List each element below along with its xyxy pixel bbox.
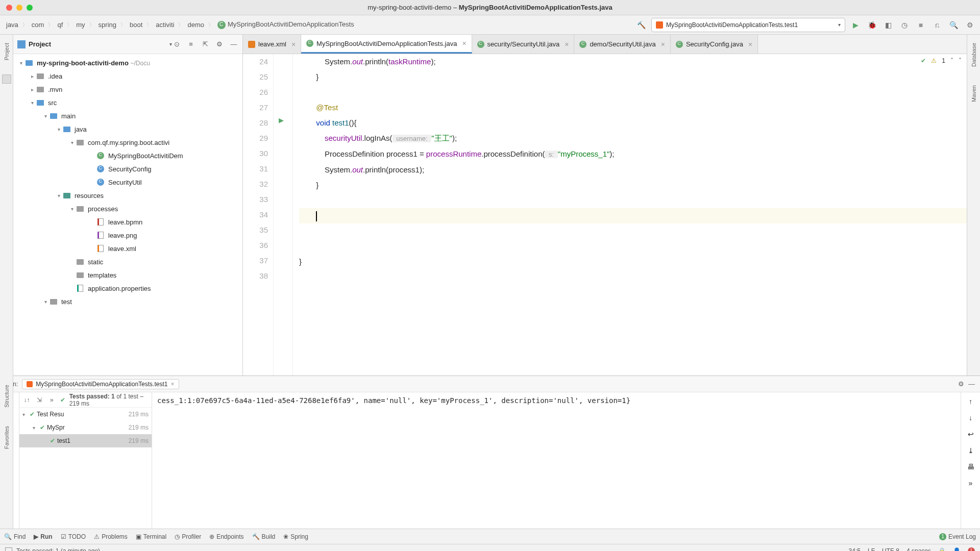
tree-folder-test[interactable]: ▾test xyxy=(13,295,242,308)
maven-tool-button[interactable]: Maven xyxy=(971,81,977,106)
code-line[interactable]: System.out.println(process1); xyxy=(299,162,967,178)
build-button[interactable]: 🔨 xyxy=(635,19,647,31)
code-line[interactable]: void test1(){ xyxy=(299,115,967,131)
status-indicator-icon[interactable] xyxy=(5,547,12,552)
expand-tests-button[interactable]: ⇲ xyxy=(35,395,44,405)
breadcrumb-class[interactable]: MySpringBootActivitiDemoApplicationTests xyxy=(215,19,356,30)
close-tab-icon[interactable]: × xyxy=(565,40,569,48)
tree-file-leave-bpmn[interactable]: leave.bpmn xyxy=(13,215,242,229)
code-line[interactable] xyxy=(299,85,967,100)
search-button[interactable]: 🔍 xyxy=(947,19,960,31)
project-tool-button[interactable]: Project xyxy=(4,39,10,64)
error-indicator-icon[interactable]: ! xyxy=(968,547,975,552)
tree-folder-java[interactable]: ▾java xyxy=(13,122,242,136)
tree-class-app[interactable]: MySpringBootActivitiDem xyxy=(13,149,242,162)
coverage-button[interactable]: ◧ xyxy=(882,19,894,31)
profile-button[interactable]: ◷ xyxy=(898,19,911,31)
hide-panel-button[interactable]: — xyxy=(229,40,238,49)
profiler-tool-button[interactable]: ◷ Profiler xyxy=(175,533,201,540)
close-tab-icon[interactable]: × xyxy=(661,40,665,48)
tree-folder-main[interactable]: ▾main xyxy=(13,109,242,122)
bookmarks-tool-button[interactable] xyxy=(2,74,11,84)
todo-tool-button[interactable]: ☑ TODO xyxy=(61,533,86,540)
run-settings-button[interactable]: ⚙ xyxy=(958,380,964,388)
tree-folder-idea[interactable]: ▸.idea xyxy=(13,69,242,83)
readonly-lock-icon[interactable]: 🔒 xyxy=(938,547,946,552)
code-line[interactable]: } xyxy=(299,254,967,269)
tree-folder-processes[interactable]: ▾processes xyxy=(13,202,242,215)
endpoints-tool-button[interactable]: ⊕ Endpoints xyxy=(209,533,243,540)
editor-tab[interactable]: demo/SecurityUtil.java× xyxy=(574,35,671,54)
breadcrumb-item[interactable]: boot xyxy=(128,20,144,30)
run-test-gutter-icon[interactable]: ▶ xyxy=(279,116,284,124)
tree-class-securityutil[interactable]: SecurityUtil xyxy=(13,176,242,189)
code-line[interactable]: } xyxy=(299,178,967,193)
editor-tab[interactable]: security/SecurityUtil.java× xyxy=(472,35,575,54)
git-button[interactable]: ⎌ xyxy=(931,19,943,31)
collapse-all-button[interactable]: ⇱ xyxy=(201,40,210,49)
print-button[interactable]: 🖶 xyxy=(965,461,977,473)
tree-file-leave-png[interactable]: leave.png xyxy=(13,229,242,242)
caret-position[interactable]: 34:5 xyxy=(849,547,861,552)
code-line[interactable]: @Test xyxy=(299,100,967,115)
structure-tool-button[interactable]: Structure xyxy=(4,381,10,412)
favorites-tool-button[interactable]: Favorites xyxy=(4,422,10,453)
debug-button[interactable]: 🐞 xyxy=(866,19,878,31)
code-line[interactable] xyxy=(299,208,967,223)
event-log-button[interactable]: 1 Event Log xyxy=(939,533,976,540)
run-tool-button[interactable]: ▶ Run xyxy=(34,533,52,540)
more-tests-button[interactable]: » xyxy=(47,395,56,405)
breadcrumb-item[interactable]: java xyxy=(4,20,20,30)
line-separator[interactable]: LF xyxy=(868,547,875,552)
code-line[interactable] xyxy=(299,193,967,208)
tree-file-app-props[interactable]: application.properties xyxy=(13,282,242,295)
next-highlight-button[interactable]: ˅ xyxy=(959,57,962,64)
breadcrumb-item[interactable]: spring xyxy=(96,20,118,30)
tree-folder-static[interactable]: static xyxy=(13,255,242,268)
close-window-button[interactable] xyxy=(6,5,12,11)
select-opened-file-button[interactable]: ⊙ xyxy=(172,40,181,49)
tree-folder-mvn[interactable]: ▸.mvn xyxy=(13,83,242,96)
console-output[interactable]: cess_1:1:07e697c5-6a4a-11ed-a5e4-7268e1e… xyxy=(152,392,961,529)
scroll-to-end-button[interactable]: ⤓ xyxy=(965,444,977,457)
database-tool-button[interactable]: Database xyxy=(971,39,977,71)
terminal-tool-button[interactable]: ▣ Terminal xyxy=(136,533,166,540)
tree-root[interactable]: ▾ my-spring-boot-activiti-demo ~/Docu xyxy=(13,56,242,69)
close-tab-icon[interactable]: × xyxy=(291,40,296,48)
code-line[interactable]: } xyxy=(299,69,967,85)
tree-folder-src[interactable]: ▾src xyxy=(13,96,242,109)
problems-tool-button[interactable]: ⚠ Problems xyxy=(94,533,128,540)
run-configuration-selector[interactable]: MySpringBootActivitiDemoApplicationTests… xyxy=(651,18,845,32)
more-console-button[interactable]: » xyxy=(965,477,977,489)
code-line[interactable] xyxy=(299,269,967,285)
code-line[interactable] xyxy=(299,223,967,239)
code-line[interactable]: ProcessDefinition process1 = processRunt… xyxy=(299,146,967,162)
file-encoding[interactable]: UTF-8 xyxy=(882,547,899,552)
close-tab-icon[interactable]: × xyxy=(170,381,174,388)
settings-gear-icon[interactable]: ⚙ xyxy=(215,40,224,49)
tree-folder-templates[interactable]: templates xyxy=(13,268,242,282)
hide-run-panel-button[interactable]: — xyxy=(968,380,975,388)
breadcrumb-item[interactable]: com xyxy=(30,20,46,30)
test-tree-rows[interactable]: ▾✔Test Resu219 ms▾✔MySpr219 ms✔test1219 … xyxy=(19,408,152,529)
run-button[interactable]: ▶ xyxy=(849,19,862,31)
test-result-row[interactable]: ✔test1219 ms xyxy=(19,434,152,447)
test-result-row[interactable]: ▾✔MySpr219 ms xyxy=(19,421,152,434)
close-tab-icon[interactable]: × xyxy=(462,39,466,47)
sort-tests-button[interactable]: ↓↑ xyxy=(22,395,31,405)
stop-button[interactable]: ■ xyxy=(915,19,927,31)
expand-all-button[interactable]: ≡ xyxy=(186,40,195,49)
spring-tool-button[interactable]: ❀ Spring xyxy=(283,533,308,540)
build-tool-button[interactable]: 🔨 Build xyxy=(252,533,276,540)
minimize-window-button[interactable] xyxy=(16,5,22,11)
prev-highlight-button[interactable]: ˄ xyxy=(950,57,953,64)
memory-indicator-icon[interactable]: 👤 xyxy=(953,547,961,552)
soft-wrap-button[interactable]: ↩ xyxy=(965,428,977,440)
inspection-summary[interactable]: ✔ ⚠ 1 ˄ ˅ xyxy=(921,57,962,64)
maximize-window-button[interactable] xyxy=(27,5,33,11)
tree-class-securityconfig[interactable]: SecurityConfig xyxy=(13,162,242,176)
code-line[interactable]: System.out.println(taskRuntime); xyxy=(299,54,967,69)
breadcrumb-item[interactable]: demo xyxy=(185,20,206,30)
tree-folder-resources[interactable]: ▾resources xyxy=(13,189,242,202)
editor-tab[interactable]: SecurityConfig.java× xyxy=(671,35,758,54)
